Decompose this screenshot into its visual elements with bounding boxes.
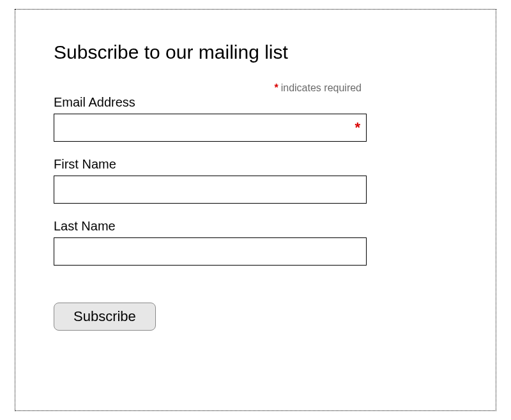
asterisk-icon: * (274, 82, 278, 93)
last-name-field-group: Last Name (54, 219, 367, 266)
subscribe-form-container: Subscribe to our mailing list *indicates… (15, 9, 496, 411)
form-title: Subscribe to our mailing list (54, 41, 457, 63)
email-input-wrap: * (54, 114, 367, 142)
last-name-input[interactable] (54, 237, 367, 266)
subscribe-button[interactable]: Subscribe (54, 303, 156, 331)
first-name-input[interactable] (54, 176, 367, 204)
email-label: Email Address (54, 95, 367, 110)
first-name-label: First Name (54, 157, 367, 172)
email-field-group: Email Address * (54, 95, 367, 142)
last-name-input-wrap (54, 237, 367, 266)
required-indicator-note: *indicates required (54, 82, 457, 94)
first-name-field-group: First Name (54, 157, 367, 204)
first-name-input-wrap (54, 176, 367, 204)
last-name-label: Last Name (54, 219, 367, 234)
email-input[interactable] (54, 114, 367, 142)
required-note-text: indicates required (281, 82, 362, 93)
